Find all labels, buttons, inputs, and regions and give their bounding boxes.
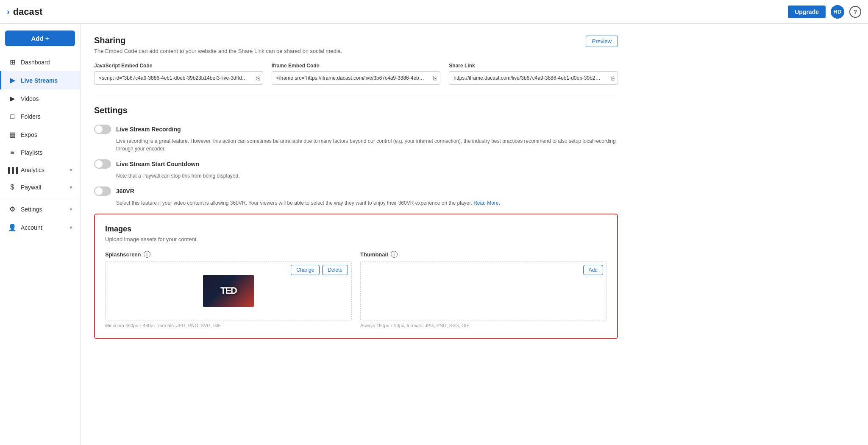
recording-label: Live Stream Recording xyxy=(116,126,181,133)
sidebar-label-analytics: Analytics xyxy=(21,167,45,173)
iframe-embed-label: Iframe Embed Code xyxy=(272,63,441,69)
sidebar-item-dashboard[interactable]: ⊞ Dashboard xyxy=(0,53,80,71)
iframe-embed-input[interactable] xyxy=(272,72,430,84)
videos-icon: ▶ xyxy=(8,95,17,103)
recording-desc: Live recording is a great feature. Howev… xyxy=(116,137,618,153)
share-link-label: Share Link xyxy=(449,63,618,69)
analytics-icon: ▌▌▌ xyxy=(8,167,17,173)
settings-section: Settings Live Stream Recording Live reco… xyxy=(94,106,618,207)
live-streams-icon: ▶ xyxy=(8,76,17,84)
thumbnail-add-button[interactable]: Add xyxy=(583,265,603,275)
sidebar-label-playlists: Playlists xyxy=(21,149,42,156)
splashscreen-image: TED xyxy=(203,275,254,307)
vr-toggle[interactable] xyxy=(94,186,111,196)
sidebar-label-settings: Settings xyxy=(21,206,42,213)
sidebar-item-paywall[interactable]: $ Paywall ▼ xyxy=(0,178,80,196)
splashscreen-label-text: Splashscreen xyxy=(105,251,141,258)
splashscreen-hint: Minimum 480px x 480px, formats: JPG, PNG… xyxy=(105,323,352,328)
vr-label: 360VR xyxy=(116,188,134,195)
sidebar-item-live-streams[interactable]: ▶ Live Streams xyxy=(0,71,80,89)
sidebar-item-analytics[interactable]: ▌▌▌ Analytics ▼ xyxy=(0,161,80,178)
images-grid: Splashscreen i Change Delete TED xyxy=(105,251,607,328)
countdown-toggle-row: Live Stream Start Countdown xyxy=(94,159,618,169)
layout: Add + ⊞ Dashboard ▶ Live Streams ▶ Video… xyxy=(0,24,868,445)
sidebar-label-paywall: Paywall xyxy=(21,184,41,191)
js-embed-field: JavaScript Embed Code ⎘ xyxy=(94,63,263,85)
expos-icon: ▤ xyxy=(8,131,17,139)
thumbnail-label-text: Thumbnail xyxy=(360,251,388,258)
share-link-input[interactable] xyxy=(449,72,607,84)
help-button[interactable]: ? xyxy=(849,6,861,18)
sidebar-label-videos: Videos xyxy=(21,95,39,102)
sidebar-item-playlists[interactable]: ≡ Playlists xyxy=(0,144,80,161)
vr-toggle-row: 360VR xyxy=(94,186,618,196)
countdown-desc: Note that a Paywall can stop this from b… xyxy=(116,172,618,180)
splashscreen-delete-button[interactable]: Delete xyxy=(322,265,348,275)
sharing-section-header: Sharing The Embed Code can add content t… xyxy=(94,36,618,63)
content-area: Sharing The Embed Code can add content t… xyxy=(81,24,632,351)
sharing-title: Sharing xyxy=(94,36,342,45)
embed-row: JavaScript Embed Code ⎘ Iframe Embed Cod… xyxy=(94,63,618,85)
sidebar-item-videos[interactable]: ▶ Videos xyxy=(0,89,80,108)
countdown-label: Live Stream Start Countdown xyxy=(116,161,199,167)
sidebar-item-account[interactable]: 👤 Account ▼ xyxy=(0,218,80,236)
images-section: Images Upload image assets for your cont… xyxy=(94,214,618,339)
recording-toggle-row: Live Stream Recording xyxy=(94,125,618,134)
countdown-toggle[interactable] xyxy=(94,159,111,169)
share-link-field: Share Link ⎘ xyxy=(449,63,618,85)
js-embed-wrap: ⎘ xyxy=(94,71,263,85)
splashscreen-info-icon[interactable]: i xyxy=(144,251,150,258)
avatar-button[interactable]: HD xyxy=(831,5,844,19)
logo: › dacast xyxy=(7,6,42,17)
js-embed-input[interactable] xyxy=(95,72,253,84)
splashscreen-upload-area[interactable]: Change Delete TED xyxy=(105,261,352,320)
images-title: Images xyxy=(105,225,607,234)
images-subtitle: Upload image assets for your content. xyxy=(105,236,607,242)
sidebar-item-folders[interactable]: □ Folders xyxy=(0,108,80,125)
account-icon: 👤 xyxy=(8,223,17,231)
thumbnail-upload-area[interactable]: Add xyxy=(360,261,607,320)
account-arrow: ▼ xyxy=(69,225,73,230)
splashscreen-actions: Change Delete xyxy=(291,265,348,275)
add-button[interactable]: Add + xyxy=(5,31,75,46)
analytics-arrow: ▼ xyxy=(69,167,73,172)
sidebar: Add + ⊞ Dashboard ▶ Live Streams ▶ Video… xyxy=(0,24,81,445)
sidebar-label-live-streams: Live Streams xyxy=(21,77,58,84)
splashscreen-container: Splashscreen i Change Delete TED xyxy=(105,251,352,328)
thumbnail-actions: Add xyxy=(583,265,603,275)
sharing-subtitle: The Embed Code can add content to your w… xyxy=(94,48,342,54)
paywall-arrow: ▼ xyxy=(69,185,73,190)
logo-text: dacast xyxy=(13,6,43,17)
logo-icon: › xyxy=(7,7,10,17)
sidebar-label-account: Account xyxy=(21,224,42,231)
section-divider-1 xyxy=(94,95,618,95)
iframe-embed-field: Iframe Embed Code ⎘ xyxy=(272,63,441,85)
thumbnail-info-icon[interactable]: i xyxy=(391,251,398,258)
topbar-right: Upgrade HD ? xyxy=(788,5,861,19)
share-link-copy-button[interactable]: ⎘ xyxy=(607,72,618,84)
splashscreen-change-button[interactable]: Change xyxy=(291,265,320,275)
read-more-link[interactable]: Read More. xyxy=(473,200,500,206)
settings-title: Settings xyxy=(94,106,618,115)
js-embed-copy-button[interactable]: ⎘ xyxy=(253,72,263,84)
recording-toggle[interactable] xyxy=(94,125,111,134)
topbar: › dacast Upgrade HD ? xyxy=(0,0,868,24)
sidebar-label-expos: Expos xyxy=(21,131,37,138)
sidebar-divider xyxy=(0,198,80,198)
js-embed-label: JavaScript Embed Code xyxy=(94,63,263,69)
splashscreen-label-row: Splashscreen i xyxy=(105,251,352,258)
upgrade-button[interactable]: Upgrade xyxy=(788,6,826,18)
dashboard-icon: ⊞ xyxy=(8,58,17,66)
sharing-title-group: Sharing The Embed Code can add content t… xyxy=(94,36,342,63)
settings-arrow: ▼ xyxy=(69,207,73,212)
main-content: Sharing The Embed Code can add content t… xyxy=(81,24,868,445)
preview-button[interactable]: Preview xyxy=(586,36,618,47)
paywall-icon: $ xyxy=(8,184,17,191)
sidebar-item-settings[interactable]: ⚙ Settings ▼ xyxy=(0,200,80,218)
folders-icon: □ xyxy=(8,113,17,120)
thumbnail-container: Thumbnail i Add Always 160px x 90px, for… xyxy=(360,251,607,328)
iframe-embed-copy-button[interactable]: ⎘ xyxy=(430,72,440,84)
thumbnail-hint: Always 160px x 90px, formats: JPG, PNG, … xyxy=(360,323,607,328)
vr-desc: Select this feature if your video conten… xyxy=(116,199,618,207)
sidebar-item-expos[interactable]: ▤ Expos xyxy=(0,125,80,144)
